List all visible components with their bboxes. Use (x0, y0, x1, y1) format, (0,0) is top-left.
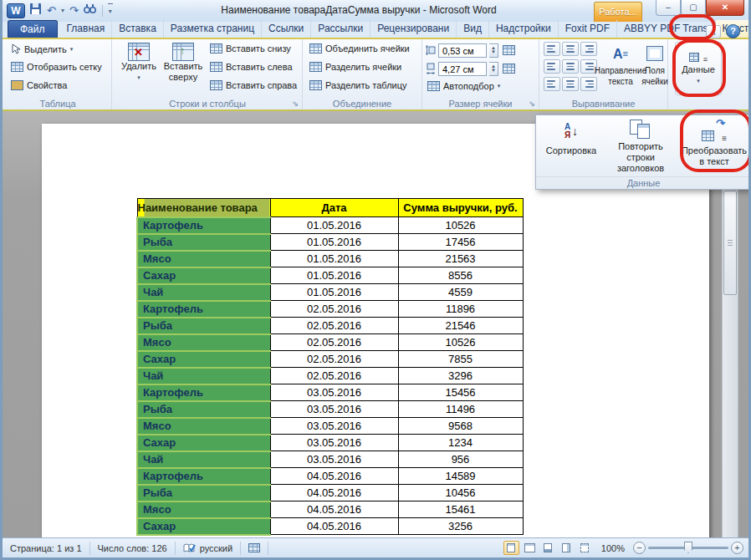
amount-cell[interactable]: 3256 (398, 518, 523, 535)
date-cell[interactable]: 03.05.2016 (270, 451, 398, 468)
product-cell[interactable]: Картофель (137, 301, 270, 318)
product-cell[interactable]: Чай (137, 368, 270, 384)
date-cell[interactable]: 02.05.2016 (270, 368, 398, 384)
tab-insert[interactable]: Вставка (112, 20, 164, 38)
product-cell[interactable]: Сахар (137, 435, 270, 451)
distribute-columns-button[interactable] (501, 61, 517, 76)
header-product[interactable]: Наименование товара (137, 199, 270, 217)
dialog-launcher-icon[interactable]: ⇘ (292, 100, 299, 108)
amount-cell[interactable]: 10526 (398, 334, 523, 351)
product-cell[interactable]: Мясо (137, 501, 270, 518)
date-cell[interactable]: 01.05.2016 (270, 284, 398, 301)
product-cell[interactable]: Рыба (137, 318, 270, 334)
product-cell[interactable]: Сахар (137, 518, 270, 535)
align-bottom-center-button[interactable] (562, 77, 579, 91)
collapse-ribbon-icon[interactable]: ∧ (706, 25, 721, 38)
tab-mailings[interactable]: Рассылки (311, 20, 370, 38)
amount-cell[interactable]: 21563 (398, 251, 523, 267)
amount-cell[interactable]: 17456 (398, 234, 523, 251)
autofit-button[interactable]: Автоподбор▾ (427, 81, 500, 91)
draft-view-button[interactable] (577, 541, 593, 555)
page-indicator[interactable]: Страница: 1 из 1 (3, 542, 90, 555)
product-cell[interactable]: Мясо (137, 418, 270, 435)
header-date[interactable]: Дата (270, 199, 398, 217)
row-height-input[interactable]: 0,53 см (438, 43, 487, 58)
tab-page-layout[interactable]: Разметка страниц (164, 20, 262, 38)
word-count[interactable]: Число слов: 126 (90, 542, 176, 555)
product-cell[interactable]: Мясо (137, 334, 270, 351)
tab-addins[interactable]: Надстройки (489, 20, 559, 38)
date-cell[interactable]: 04.05.2016 (270, 468, 398, 485)
align-top-right-button[interactable] (580, 42, 597, 56)
date-cell[interactable]: 03.05.2016 (270, 435, 398, 451)
undo-dropdown-icon[interactable]: ▾ (60, 3, 65, 18)
insert-left-button[interactable]: Вставить слева (210, 62, 293, 72)
amount-cell[interactable]: 15456 (398, 384, 523, 401)
date-cell[interactable]: 03.05.2016 (270, 401, 398, 418)
amount-cell[interactable]: 14589 (398, 468, 523, 485)
date-cell[interactable]: 01.05.2016 (270, 217, 398, 234)
merge-cells-button[interactable]: Объединить ячейки (309, 43, 410, 53)
zoom-slider-thumb[interactable] (684, 542, 692, 553)
date-cell[interactable]: 01.05.2016 (270, 234, 398, 251)
product-cell[interactable]: Рыба (137, 401, 270, 418)
contextual-tab-group-header[interactable]: Работа... (594, 2, 642, 22)
amount-cell[interactable]: 1234 (398, 435, 523, 451)
date-cell[interactable]: 04.05.2016 (270, 518, 398, 535)
align-bottom-right-button[interactable] (580, 77, 597, 91)
product-cell[interactable]: Сахар (137, 267, 270, 284)
outline-view-button[interactable] (559, 541, 575, 555)
amount-cell[interactable]: 11496 (398, 401, 523, 418)
repeat-header-rows-menu-item[interactable]: Повторить строки заголовков (603, 119, 678, 174)
date-cell[interactable]: 04.05.2016 (270, 485, 398, 501)
amount-cell[interactable]: 956 (398, 451, 523, 468)
table-properties-button[interactable]: Свойства (11, 80, 67, 90)
product-cell[interactable]: Картофель (137, 384, 270, 401)
product-cell[interactable]: Картофель (137, 468, 270, 485)
undo-icon[interactable]: ↶ (46, 3, 57, 18)
redo-icon[interactable]: ↷ (69, 3, 79, 18)
select-button[interactable]: Выделить▾ (11, 43, 73, 54)
header-amount[interactable]: Сумма выручки, руб. (398, 199, 523, 217)
tab-review[interactable]: Рецензировани (370, 20, 457, 38)
zoom-in-button[interactable]: + (731, 542, 743, 554)
customize-qat-icon[interactable]: ▾ (108, 3, 113, 19)
zoom-slider[interactable] (648, 547, 728, 549)
align-top-center-button[interactable] (562, 42, 579, 56)
tab-references[interactable]: Ссылки (262, 20, 311, 38)
text-direction-button[interactable]: A≡ Направление текста (600, 42, 641, 87)
fullscreen-reading-view-button[interactable] (522, 541, 538, 555)
date-cell[interactable]: 04.05.2016 (270, 501, 398, 518)
amount-cell[interactable]: 10456 (398, 485, 523, 501)
amount-cell[interactable]: 10526 (398, 217, 523, 234)
convert-to-text-menu-item[interactable]: ≡ ↷ Преобразовать в текст (678, 119, 750, 174)
split-table-button[interactable]: Разделить таблицу (309, 80, 407, 90)
sort-menu-item[interactable]: АЯ ↓ Сортировка (541, 119, 601, 174)
amount-cell[interactable]: 8556 (398, 267, 523, 284)
zoom-level[interactable]: 100% (595, 543, 631, 553)
product-cell[interactable]: Сахар (137, 351, 270, 368)
align-center-left-button[interactable] (544, 59, 560, 74)
amount-cell[interactable]: 4559 (398, 284, 523, 301)
column-width-input[interactable]: 4,27 см (438, 62, 487, 76)
find-icon[interactable] (83, 3, 97, 18)
tab-file[interactable]: Файл (8, 20, 58, 38)
dialog-launcher-icon[interactable]: ⇘ (529, 100, 535, 108)
date-cell[interactable]: 03.05.2016 (270, 384, 398, 401)
delete-button[interactable]: ✕ Удалить ▾ (120, 43, 158, 83)
column-width-spinner[interactable]: ▲▼ (489, 62, 498, 76)
align-center-button[interactable] (562, 59, 579, 74)
product-cell[interactable]: Чай (137, 451, 270, 468)
cell-margins-button[interactable]: Поля ячейки (641, 42, 668, 87)
zoom-out-button[interactable]: − (633, 542, 646, 554)
tab-view[interactable]: Вид (457, 20, 489, 38)
date-cell[interactable]: 01.05.2016 (270, 267, 398, 284)
minimize-button[interactable]: – (656, 0, 681, 16)
align-top-left-button[interactable] (544, 42, 560, 56)
language-indicator[interactable]: русский (176, 542, 241, 555)
date-cell[interactable]: 02.05.2016 (270, 301, 398, 318)
distribute-rows-button[interactable] (501, 43, 517, 58)
product-cell[interactable]: Чай (137, 284, 270, 301)
tab-home[interactable]: Главная (60, 20, 113, 38)
amount-cell[interactable]: 15461 (398, 501, 523, 518)
